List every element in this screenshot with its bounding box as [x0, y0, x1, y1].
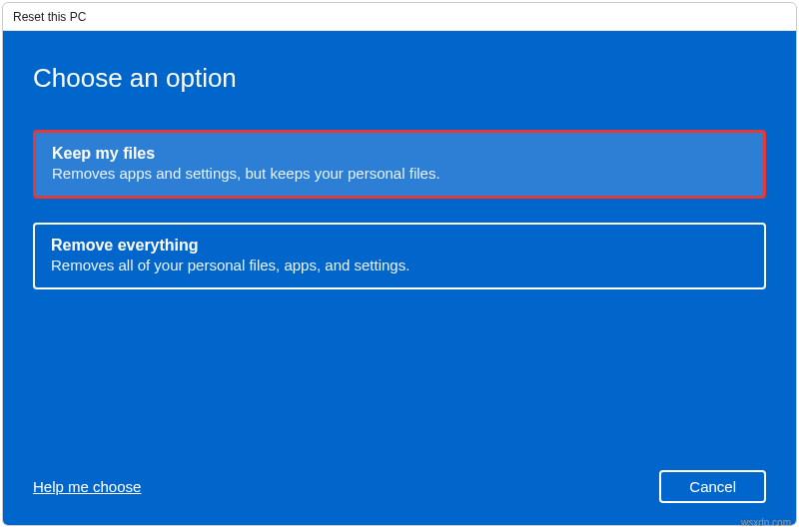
- cancel-button[interactable]: Cancel: [659, 470, 766, 503]
- option-keep-desc: Removes apps and settings, but keeps you…: [52, 165, 747, 182]
- window-title: Reset this PC: [13, 10, 86, 24]
- option-remove-desc: Removes all of your personal files, apps…: [51, 257, 748, 273]
- reset-pc-window: Reset this PC Choose an option Keep my f…: [2, 2, 797, 526]
- page-title: Choose an option: [33, 63, 766, 94]
- titlebar: Reset this PC: [3, 3, 796, 31]
- watermark: wsxdn.com: [741, 517, 791, 528]
- option-keep-my-files[interactable]: Keep my files Removes apps and settings,…: [33, 130, 766, 199]
- option-remove-everything[interactable]: Remove everything Removes all of your pe…: [33, 223, 766, 289]
- footer: Help me choose Cancel: [33, 470, 766, 503]
- help-me-choose-link[interactable]: Help me choose: [33, 478, 141, 495]
- option-remove-title: Remove everything: [51, 237, 748, 255]
- content-area: Choose an option Keep my files Removes a…: [3, 31, 796, 525]
- option-keep-title: Keep my files: [52, 145, 747, 163]
